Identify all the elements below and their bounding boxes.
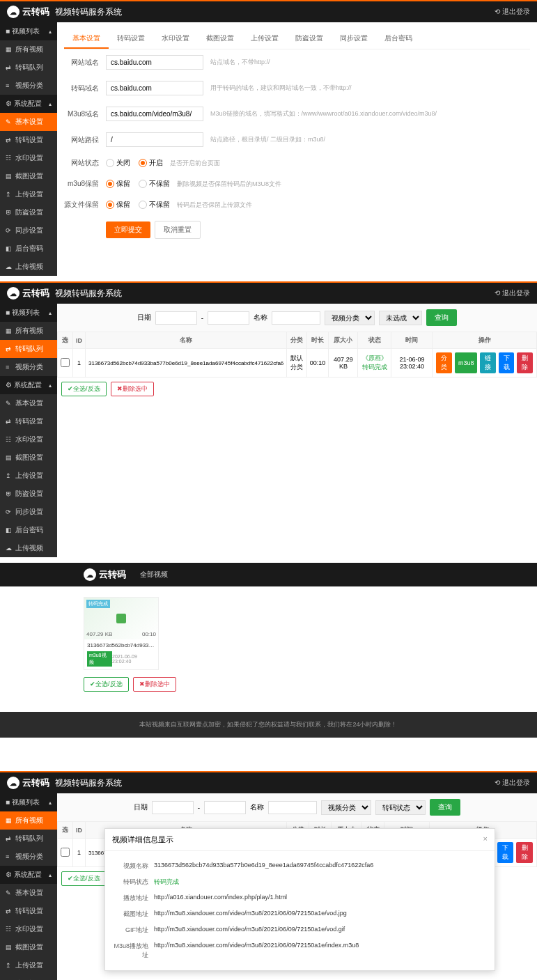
sidebar-item-basic[interactable]: ✎基本设置	[0, 394, 57, 412]
tab-watermark[interactable]: 水印设置	[153, 29, 198, 49]
tab-security[interactable]: 防盗设置	[287, 29, 332, 49]
card-date: 2021-06-09 23:02:40	[112, 654, 155, 664]
sidebar-item-upload[interactable]: ↥上传设置	[0, 956, 57, 974]
filter-category-select[interactable]: 视频分类	[325, 311, 375, 325]
logo: ☁云转码	[7, 6, 49, 18]
filter-name-input[interactable]	[272, 311, 320, 325]
tab-backend[interactable]: 后台密码	[376, 29, 421, 49]
action-down-button[interactable]: 下载	[499, 352, 515, 373]
sidebar-item-upload[interactable]: ↥上传设置	[0, 185, 57, 203]
filter-status-select[interactable]: 未选成	[379, 311, 422, 325]
sidebar-item-upload-video[interactable]: ☁上传视频	[0, 539, 57, 557]
sidebar-item-security[interactable]: ⛨防盗设置	[0, 485, 57, 503]
sidebar-item-all-videos[interactable]: ▦所有视频	[0, 322, 57, 340]
cell-category: 默认分类	[287, 349, 306, 378]
sidebar-group-config[interactable]: ⚙ 系统配置▴	[0, 376, 57, 394]
sidebar-item-watermark[interactable]: ☷水印设置	[0, 430, 57, 449]
th-status: 状态	[358, 332, 391, 349]
sidebar-item-screenshot[interactable]: ▤截图设置	[0, 938, 57, 956]
select-all-button[interactable]: ✔全选/反选	[84, 677, 129, 692]
filter-category-select[interactable]: 视频分类	[321, 800, 371, 815]
delete-selected-button[interactable]: ✖删除选中	[111, 382, 154, 396]
filter-date-from[interactable]	[155, 311, 197, 325]
sidebar-item-category[interactable]: ≡视频分类	[0, 848, 57, 866]
sidebar-item-all-videos[interactable]: ▦所有视频	[0, 40, 57, 59]
mval-status: 转码完成	[154, 878, 179, 887]
sidebar-item-queue[interactable]: ⇄转码队列	[0, 340, 57, 358]
delete-selected-button[interactable]: ✖删除选中	[133, 677, 176, 692]
select-all-button[interactable]: ✔全选/反选	[61, 382, 107, 396]
input-m3u8-domain[interactable]	[106, 107, 203, 121]
sidebar-group-config[interactable]: ⚙ 系统配置▴	[0, 866, 57, 884]
mval-cover: http://m3u8.xiandouer.com/video/m3u8/202…	[154, 910, 347, 919]
logout-link[interactable]: ⟲ 退出登录	[495, 778, 530, 788]
input-site-path[interactable]	[106, 132, 203, 147]
sidebar-item-watermark[interactable]: ☷水印设置	[0, 149, 57, 167]
sidebar-item-upload-video[interactable]: ☁上传视频	[0, 258, 57, 276]
sidebar-item-basic[interactable]: ✎基本设置	[0, 113, 57, 131]
sidebar-item-backend[interactable]: ◧后台密码	[0, 240, 57, 258]
radio-m3u8-keep[interactable]: 保留	[106, 179, 130, 189]
hint-m3u8-keep: 删除视频是否保留转码后的M3U8文件	[177, 180, 281, 189]
sidebar-group-video[interactable]: ■ 视频列表▴	[0, 304, 57, 322]
action-link-button[interactable]: 链接	[480, 352, 496, 373]
radio-status-off[interactable]: 关闭	[106, 158, 130, 168]
action-del-button[interactable]: 删除	[517, 352, 533, 373]
sidebar-item-upload[interactable]: ↥上传设置	[0, 467, 57, 485]
tab-sync[interactable]: 同步设置	[332, 29, 376, 49]
radio-m3u8-nokeep[interactable]: 不保留	[139, 179, 170, 189]
nav-all-videos[interactable]: 全部视频	[140, 570, 168, 580]
action-cat-button[interactable]: 分类	[436, 352, 452, 373]
input-site-domain[interactable]	[106, 55, 203, 70]
tab-screenshot[interactable]: 截图设置	[198, 29, 242, 49]
sidebar-item-sync[interactable]: ⟳同步设置	[0, 221, 57, 240]
radio-source-keep[interactable]: 保留	[106, 200, 130, 210]
sidebar-item-transcode[interactable]: ⇄转码设置	[0, 412, 57, 430]
sidebar-group-video[interactable]: ■ 视频列表▴	[0, 793, 57, 811]
row-checkbox[interactable]	[61, 848, 70, 857]
tab-basic[interactable]: 基本设置	[64, 29, 109, 49]
tab-transcode[interactable]: 转码设置	[109, 29, 153, 49]
sidebar-item-security[interactable]: ⛨防盗设置	[0, 203, 57, 221]
sidebar-item-screenshot[interactable]: ▤截图设置	[0, 167, 57, 185]
filter-name-input[interactable]	[268, 801, 317, 814]
logout-link[interactable]: ⟲ 退出登录	[495, 288, 530, 298]
sidebar-item-category[interactable]: ≡视频分类	[0, 358, 57, 376]
sidebar-item-queue[interactable]: ⇄转码队列	[0, 59, 57, 77]
search-button[interactable]: 查询	[426, 309, 457, 326]
search-button[interactable]: 查询	[430, 799, 460, 816]
sidebar-item-sync[interactable]: ⟳同步设置	[0, 503, 57, 521]
select-all-button[interactable]: ✔全选/反选	[61, 871, 107, 886]
close-icon[interactable]: ×	[483, 834, 488, 845]
sidebar-item-backend[interactable]: ◧后台密码	[0, 521, 57, 539]
sidebar-item-transcode[interactable]: ⇄转码设置	[0, 131, 57, 149]
logout-link[interactable]: ⟲ 退出登录	[495, 7, 530, 17]
label-site-domain: 网站域名	[64, 58, 106, 68]
modal-title: 视频详细信息显示	[112, 834, 173, 845]
filter-date-to[interactable]	[208, 311, 249, 325]
action-down-button[interactable]: 下载	[497, 842, 514, 863]
filter-date-to[interactable]	[204, 801, 246, 814]
radio-status-on[interactable]: 开启	[139, 158, 163, 168]
sidebar-item-all-videos[interactable]: ▦所有视频	[0, 811, 57, 830]
tab-upload[interactable]: 上传设置	[242, 29, 287, 49]
sidebar-item-transcode[interactable]: ⇄转码设置	[0, 902, 57, 920]
radio-source-nokeep[interactable]: 不保留	[139, 200, 170, 210]
filter-date-from[interactable]	[152, 801, 194, 814]
sidebar-item-basic[interactable]: ✎基本设置	[0, 884, 57, 902]
sidebar-group-video[interactable]: ■ 视频列表▴	[0, 22, 57, 40]
filter-status-select[interactable]: 转码状态	[375, 800, 426, 815]
input-transcode-domain[interactable]	[106, 81, 203, 95]
sidebar-item-security[interactable]: ⛨防盗设置	[0, 974, 57, 980]
action-del-button[interactable]: 删除	[516, 842, 533, 863]
reset-button[interactable]: 取消重置	[155, 221, 201, 239]
sidebar-item-category[interactable]: ≡视频分类	[0, 77, 57, 95]
row-checkbox[interactable]	[61, 358, 70, 367]
submit-button[interactable]: 立即提交	[106, 221, 150, 238]
sidebar-group-config[interactable]: ⚙ 系统配置▴	[0, 95, 57, 113]
action-m3u8-button[interactable]: m3u8	[455, 352, 478, 373]
sidebar-item-watermark[interactable]: ☷水印设置	[0, 920, 57, 938]
video-card[interactable]: 转码完成 407.29 KB 00:10 3136673d562bcb74d93…	[84, 597, 159, 670]
sidebar-item-queue[interactable]: ⇄转码队列	[0, 830, 57, 848]
sidebar-item-screenshot[interactable]: ▤截图设置	[0, 449, 57, 467]
